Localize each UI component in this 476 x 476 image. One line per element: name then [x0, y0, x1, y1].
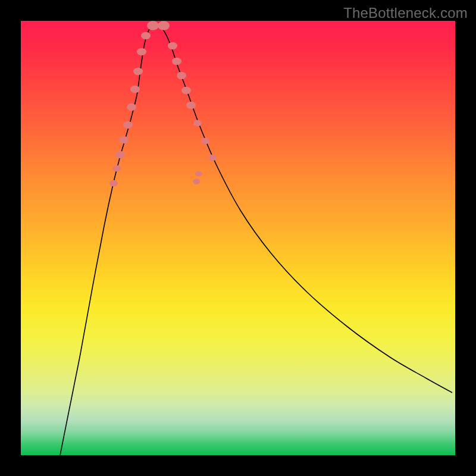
data-marker [201, 138, 209, 145]
data-marker [193, 178, 200, 184]
data-marker [147, 21, 159, 30]
data-marker [127, 104, 136, 111]
data-marker [109, 180, 118, 187]
plot-area [21, 21, 455, 455]
data-marker [119, 136, 129, 143]
data-marker [168, 42, 177, 49]
data-marker [177, 72, 186, 79]
watermark-text: TheBottleneck.com [343, 5, 468, 21]
data-marker [133, 68, 143, 75]
data-marker [186, 102, 196, 109]
data-marker [137, 48, 146, 55]
data-marker [193, 120, 202, 127]
outer-frame: TheBottleneck.com [0, 0, 476, 476]
data-marker [158, 21, 170, 30]
data-marker [208, 155, 217, 161]
data-marker [181, 87, 191, 94]
data-marker [123, 121, 133, 129]
data-marker [112, 165, 121, 172]
bottleneck-curve [60, 24, 452, 455]
data-marker [141, 32, 151, 39]
data-marker [130, 86, 140, 93]
data-marker [195, 171, 202, 176]
data-marker [115, 151, 125, 158]
data-markers [109, 21, 217, 186]
chart-svg [21, 21, 455, 455]
data-marker [172, 58, 181, 65]
